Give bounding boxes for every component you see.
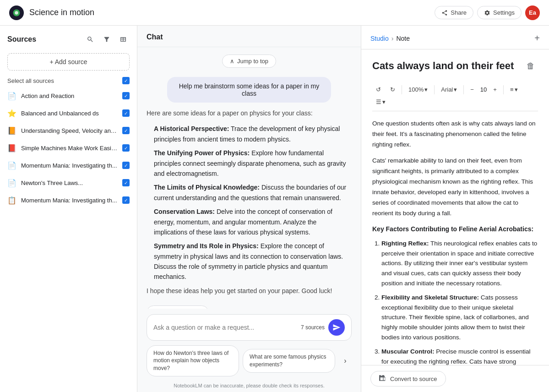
thumbs-up-button[interactable]: 👍 bbox=[249, 305, 264, 308]
topbar-actions: Share Settings Ea bbox=[435, 5, 540, 20]
convert-source-button[interactable]: Convert to source bbox=[370, 371, 446, 387]
send-button[interactable] bbox=[328, 319, 345, 336]
ai-bullet-item: A Historical Perspective: Trace the deve… bbox=[154, 124, 352, 144]
save-note-button[interactable]: Save new note bbox=[147, 305, 209, 309]
ai-response: Here are some ideas for a paper on physi… bbox=[147, 108, 352, 296]
user-avatar[interactable]: Ea bbox=[525, 5, 540, 20]
share-label: Share bbox=[451, 9, 467, 16]
suggestion-2[interactable]: What are some famous physics experiments… bbox=[243, 349, 335, 373]
source-name: Momentum Mania: Investigating th... bbox=[21, 162, 118, 169]
font-control[interactable]: Arial ▾ bbox=[437, 84, 461, 95]
search-icon[interactable] bbox=[84, 33, 97, 46]
source-item[interactable]: 📄 Newton's Three Laws... ✓ bbox=[0, 174, 137, 191]
source-type-icon: 📙 bbox=[7, 126, 16, 135]
source-type-icon: 📄 bbox=[7, 91, 16, 100]
source-checkbox[interactable]: ✓ bbox=[122, 109, 130, 117]
zoom-control[interactable]: 100% ▾ bbox=[405, 84, 431, 95]
jump-to-top-button[interactable]: ∧ Jump to top bbox=[222, 54, 276, 68]
editor-toolbar: ↺ ↻ 100% ▾ Arial ▾ − 10 + ≡ bbox=[372, 81, 538, 111]
grid-icon[interactable] bbox=[117, 33, 130, 46]
app-logo bbox=[9, 5, 24, 20]
source-list: 📄 Action and Reaction ✓ ⭐ Balanced and U… bbox=[0, 87, 137, 392]
toolbar-sep-3 bbox=[463, 85, 464, 94]
source-checkbox[interactable]: ✓ bbox=[122, 179, 130, 186]
input-box: 7 sources bbox=[147, 314, 352, 341]
source-checkbox[interactable]: ✓ bbox=[122, 144, 130, 152]
toolbar-sep-1 bbox=[402, 85, 402, 94]
chat-title: Chat bbox=[147, 33, 163, 41]
source-name: Balanced and Unbalanced ds bbox=[21, 110, 118, 117]
sources-toolbar bbox=[84, 33, 130, 46]
chat-messages: ∧ Jump to top Help me brainstorm some id… bbox=[137, 47, 361, 309]
chat-actions: Save new note ↺ ⧉ 👍 👎 bbox=[147, 301, 352, 308]
convert-source-label: Convert to source bbox=[390, 376, 437, 382]
breadcrumb-studio[interactable]: Studio bbox=[370, 35, 389, 42]
source-type-icon: 📕 bbox=[7, 143, 16, 152]
source-name: Understanding Speed, Velocity and... bbox=[21, 127, 118, 134]
ai-bullet-item: Symmetry and Its Role in Physics: Explor… bbox=[154, 241, 352, 282]
note-title: Cats always land on their feet bbox=[372, 60, 523, 72]
source-item[interactable]: 📕 Simple Machines Make Work Easier... ✓ bbox=[0, 139, 137, 157]
source-checkbox[interactable]: ✓ bbox=[122, 162, 130, 169]
source-item[interactable]: 📋 Momentum Mania: Investigating th... ✓ bbox=[0, 191, 137, 209]
studio-expand-button[interactable]: + bbox=[534, 33, 540, 44]
sources-panel: Sources + Add source Select all sources … bbox=[0, 26, 137, 392]
note-para-2: Cats' remarkable ability to land on thei… bbox=[372, 156, 538, 219]
chat-input[interactable] bbox=[153, 324, 297, 331]
studio-panel: Studio › Note + Cats always land on thei… bbox=[361, 26, 549, 392]
toolbar-sep-4 bbox=[503, 85, 504, 94]
source-item[interactable]: ⭐ Balanced and Unbalanced ds ✓ bbox=[0, 104, 137, 122]
source-type-icon: 📄 bbox=[7, 161, 16, 170]
select-all-label: Select all sources bbox=[7, 77, 122, 84]
note-heading: Key Factors Contributing to Feline Aeria… bbox=[372, 224, 538, 235]
source-name: Action and Reaction bbox=[21, 93, 118, 99]
font-size-decrease[interactable]: − bbox=[467, 84, 478, 95]
select-all-checkbox[interactable]: ✓ bbox=[122, 77, 130, 84]
add-source-label: + Add source bbox=[49, 58, 87, 65]
share-button[interactable]: Share bbox=[435, 6, 473, 19]
source-item[interactable]: 📄 Momentum Mania: Investigating th... ✓ bbox=[0, 157, 137, 174]
note-content: Cats always land on their feet 🗑 ↺ ↻ 100… bbox=[361, 49, 549, 365]
source-type-icon: 📄 bbox=[7, 178, 16, 187]
delete-button[interactable]: 🗑 bbox=[523, 59, 538, 73]
font-size-increase[interactable]: + bbox=[489, 84, 500, 95]
ai-bullets: A Historical Perspective: Trace the deve… bbox=[147, 124, 352, 282]
settings-label: Settings bbox=[493, 9, 515, 16]
note-title-row: Cats always land on their feet 🗑 bbox=[372, 59, 538, 73]
studio-header: Studio › Note + bbox=[361, 26, 549, 49]
source-item[interactable]: 📙 Understanding Speed, Velocity and... ✓ bbox=[0, 122, 137, 139]
redo-button[interactable]: ↻ bbox=[386, 84, 399, 95]
ai-bullet-item: Conservation Laws: Delve into the concep… bbox=[154, 207, 352, 237]
user-message: Help me brainstorm some ideas for a pape… bbox=[167, 77, 331, 103]
settings-button[interactable]: Settings bbox=[477, 6, 522, 19]
list-item: Flexibility and Skeletal Structure: Cats… bbox=[381, 293, 538, 342]
undo-button[interactable]: ↺ bbox=[372, 84, 385, 95]
sources-count: 7 sources bbox=[301, 324, 325, 331]
source-name: Simple Machines Make Work Easier... bbox=[21, 145, 118, 152]
app-title: Science in motion bbox=[29, 8, 429, 17]
suggestions-row: How do Newton's three laws of motion exp… bbox=[147, 345, 352, 376]
select-all-row[interactable]: Select all sources ✓ bbox=[0, 74, 137, 87]
source-item[interactable]: 📄 Action and Reaction ✓ bbox=[0, 87, 137, 104]
jump-to-top-label: Jump to top bbox=[237, 58, 268, 65]
thumbs-down-button[interactable]: 👎 bbox=[267, 305, 282, 308]
convert-bar: Convert to source bbox=[361, 365, 549, 392]
main-layout: Sources + Add source Select all sources … bbox=[0, 26, 549, 392]
toolbar-sep-2 bbox=[434, 85, 435, 94]
refresh-button[interactable]: ↺ bbox=[212, 305, 227, 308]
breadcrumb-note: Note bbox=[396, 35, 410, 42]
chat-input-area: 7 sources How do Newton's three laws of … bbox=[137, 309, 361, 380]
filter-icon[interactable] bbox=[100, 33, 113, 46]
source-checkbox[interactable]: ✓ bbox=[122, 92, 130, 99]
source-checkbox[interactable]: ✓ bbox=[122, 196, 130, 204]
note-body: One question students often ask is why c… bbox=[372, 119, 538, 365]
copy-button[interactable]: ⧉ bbox=[231, 305, 245, 308]
suggestion-arrow[interactable]: › bbox=[339, 354, 352, 367]
suggestion-1[interactable]: How do Newton's three laws of motion exp… bbox=[147, 345, 239, 376]
source-checkbox[interactable]: ✓ bbox=[122, 127, 130, 134]
align-button[interactable]: ≡ ▾ bbox=[506, 84, 522, 95]
add-source-button[interactable]: + Add source bbox=[7, 53, 130, 71]
chat-header: Chat bbox=[137, 26, 361, 47]
list-button[interactable]: ☰ ▾ bbox=[372, 97, 389, 107]
list-item: Muscular Control: Precise muscle control… bbox=[381, 347, 538, 365]
